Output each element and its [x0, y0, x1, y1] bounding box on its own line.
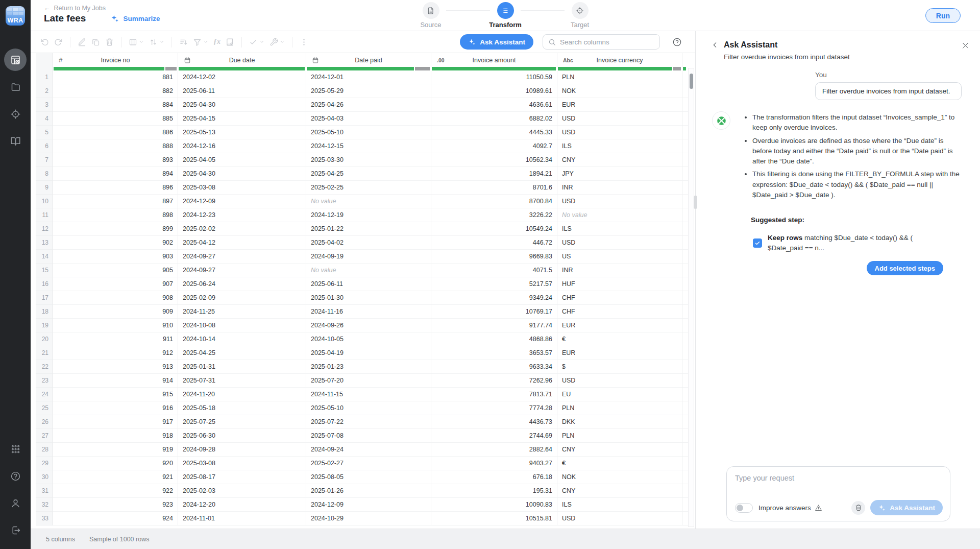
- table-cell[interactable]: JPY: [557, 167, 682, 181]
- table-cell[interactable]: 2025-04-30: [178, 98, 306, 112]
- table-cell[interactable]: 10090.83: [431, 498, 557, 512]
- table-cell[interactable]: 2744.69: [431, 429, 557, 443]
- table-cell[interactable]: 882: [53, 84, 178, 98]
- table-cell[interactable]: PLN: [557, 429, 682, 443]
- table-cell[interactable]: 2025-05-13: [178, 126, 306, 139]
- table-cell[interactable]: 2025-04-12: [178, 236, 306, 250]
- table-cell[interactable]: 907: [53, 277, 178, 291]
- table-cell[interactable]: 2025-08-17: [178, 470, 306, 484]
- table-cell[interactable]: 11050.59: [431, 70, 557, 84]
- table-cell[interactable]: EU: [557, 388, 682, 401]
- table-cell[interactable]: 2024-11-15: [306, 388, 431, 401]
- table-cell[interactable]: 2024-12-20: [178, 498, 306, 512]
- ask-assistant-submit-button[interactable]: Ask Assistant: [870, 500, 943, 515]
- add-selected-steps-button[interactable]: Add selected steps: [867, 261, 944, 275]
- table-cell[interactable]: 909: [53, 305, 178, 319]
- sidebar-item-projects[interactable]: [4, 76, 27, 98]
- table-cell[interactable]: 2025-01-30: [306, 291, 431, 305]
- table-cell[interactable]: 2025-06-30: [178, 429, 306, 443]
- back-to-jobs-link[interactable]: ← Return to My Jobs: [44, 5, 106, 12]
- table-cell[interactable]: ILS: [557, 498, 682, 512]
- toolbar-copy-button[interactable]: [91, 35, 100, 49]
- table-cell[interactable]: 918: [53, 429, 178, 443]
- table-cell[interactable]: ILS: [557, 139, 682, 153]
- table-cell[interactable]: 2025-05-10: [306, 126, 431, 139]
- table-cell[interactable]: USD: [557, 126, 682, 139]
- table-cell[interactable]: 911: [53, 332, 178, 346]
- table-cell[interactable]: 923: [53, 498, 178, 512]
- toolbar-filter-lines-button[interactable]: [179, 35, 188, 49]
- scrollbar-thumb[interactable]: [690, 74, 693, 89]
- table-cell[interactable]: 2882.64: [431, 443, 557, 457]
- table-cell[interactable]: 10989.61: [431, 84, 557, 98]
- table-cell[interactable]: 2024-12-01: [306, 70, 431, 84]
- table-cell[interactable]: 2025-02-02: [178, 222, 306, 236]
- table-cell[interactable]: 10515.81: [431, 512, 557, 526]
- table-cell[interactable]: USD: [557, 512, 682, 526]
- table-cell[interactable]: 2025-04-05: [178, 153, 306, 167]
- table-cell[interactable]: 2025-04-02: [306, 236, 431, 250]
- table-cell[interactable]: 2025-02-25: [306, 181, 431, 195]
- toolbar-pencil-button[interactable]: [78, 35, 86, 49]
- toolbar-undo-button[interactable]: [40, 35, 49, 49]
- table-cell[interactable]: No value: [557, 208, 682, 222]
- table-cell[interactable]: USD: [557, 374, 682, 388]
- table-cell[interactable]: 888: [53, 139, 178, 153]
- table-cell[interactable]: 2025-03-08: [178, 181, 306, 195]
- table-cell[interactable]: 8700.84: [431, 195, 557, 208]
- table-cell[interactable]: EUR: [557, 346, 682, 360]
- table-cell[interactable]: INR: [557, 181, 682, 195]
- table-cell[interactable]: 2025-04-15: [178, 112, 306, 126]
- toolbar-trash-button[interactable]: [105, 35, 114, 49]
- table-cell[interactable]: 2024-12-02: [178, 70, 306, 84]
- help-button[interactable]: [672, 37, 682, 47]
- table-cell[interactable]: 2024-10-05: [306, 332, 431, 346]
- table-cell[interactable]: 2024-12-19: [306, 208, 431, 222]
- table-cell[interactable]: 2025-07-08: [306, 429, 431, 443]
- table-cell[interactable]: 2025-02-27: [306, 457, 431, 470]
- table-cell[interactable]: 9349.24: [431, 291, 557, 305]
- table-cell[interactable]: 2025-06-24: [178, 277, 306, 291]
- table-cell[interactable]: 893: [53, 153, 178, 167]
- table-cell[interactable]: 2025-07-22: [306, 415, 431, 429]
- table-cell[interactable]: 916: [53, 401, 178, 415]
- table-cell[interactable]: 2024-09-26: [306, 319, 431, 332]
- table-cell[interactable]: 2024-09-19: [306, 250, 431, 264]
- table-cell[interactable]: ILS: [557, 222, 682, 236]
- table-cell[interactable]: 910: [53, 319, 178, 332]
- toolbar-redo-button[interactable]: [54, 35, 63, 49]
- table-cell[interactable]: 3226.22: [431, 208, 557, 222]
- table-cell[interactable]: 2025-07-25: [178, 415, 306, 429]
- table-cell[interactable]: 9669.83: [431, 250, 557, 264]
- table-cell[interactable]: 9177.74: [431, 319, 557, 332]
- table-cell[interactable]: 2025-01-23: [306, 360, 431, 374]
- toolbar-wrench-button[interactable]: [270, 35, 285, 49]
- table-cell[interactable]: 1894.21: [431, 167, 557, 181]
- table-cell[interactable]: 2025-04-03: [306, 112, 431, 126]
- table-cell[interactable]: 2025-07-20: [306, 374, 431, 388]
- table-cell[interactable]: 896: [53, 181, 178, 195]
- table-cell[interactable]: EUR: [557, 98, 682, 112]
- table-cell[interactable]: US: [557, 250, 682, 264]
- table-cell[interactable]: 3653.57: [431, 346, 557, 360]
- table-cell[interactable]: 2025-08-05: [306, 470, 431, 484]
- table-cell[interactable]: 2024-10-14: [178, 332, 306, 346]
- table-cell[interactable]: 2024-09-24: [306, 443, 431, 457]
- table-cell[interactable]: 2025-02-03: [178, 484, 306, 498]
- table-cell[interactable]: 9633.34: [431, 360, 557, 374]
- sidebar-item-help[interactable]: [4, 465, 27, 487]
- table-cell[interactable]: 2025-07-31: [178, 374, 306, 388]
- table-cell[interactable]: 915: [53, 388, 178, 401]
- table-cell[interactable]: 676.18: [431, 470, 557, 484]
- table-cell[interactable]: 886: [53, 126, 178, 139]
- table-cell[interactable]: DKK: [557, 415, 682, 429]
- table-cell[interactable]: EUR: [557, 319, 682, 332]
- table-cell[interactable]: $: [557, 360, 682, 374]
- table-cell[interactable]: 2024-12-23: [178, 208, 306, 222]
- table-cell[interactable]: 2024-12-16: [178, 139, 306, 153]
- table-cell[interactable]: 8701.6: [431, 181, 557, 195]
- toolbar-formula-button[interactable]: ƒx: [213, 35, 220, 49]
- toolbar-columns-button[interactable]: [129, 35, 144, 49]
- improve-answers-toggle[interactable]: [735, 503, 753, 513]
- table-cell[interactable]: No value: [306, 264, 431, 277]
